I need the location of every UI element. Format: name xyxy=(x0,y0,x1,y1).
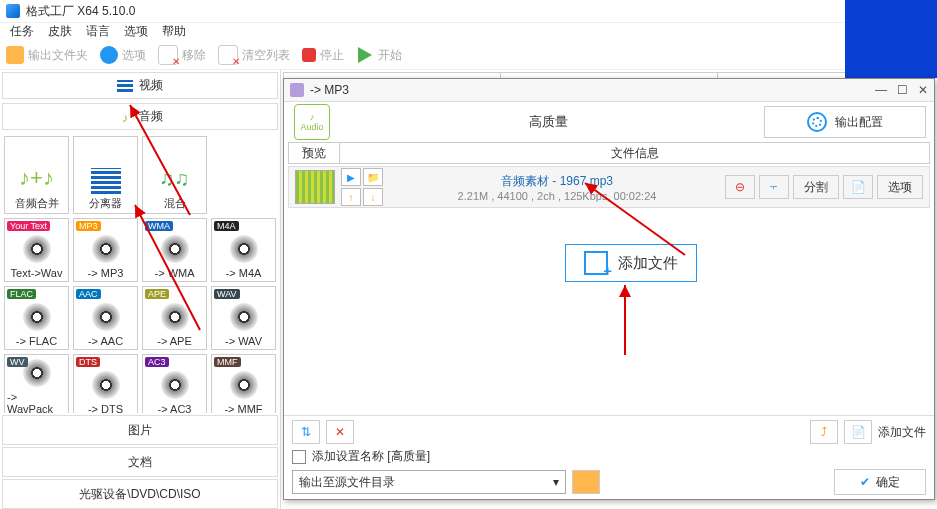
menu-lang[interactable]: 语言 xyxy=(86,23,110,41)
chevron-down-icon: ▾ xyxy=(553,475,559,489)
format-label: Text->Wav xyxy=(11,267,63,279)
file-meta: 2.21M , 44100 , 2ch , 125Kbps, 00:02:24 xyxy=(389,190,725,202)
format-textwav[interactable]: Your Text Text->Wav xyxy=(4,218,69,282)
tool-splitter-label: 分离器 xyxy=(89,196,122,211)
output-path-dropdown[interactable]: 输出至源文件目录 ▾ xyxy=(292,470,566,494)
browse-folder-button[interactable] xyxy=(572,470,600,494)
clear-label[interactable]: 清空列表 xyxy=(242,47,290,64)
format-label: -> WavPack xyxy=(7,391,66,413)
file-row[interactable]: ▶ 📁 ↑ ↓ 音频素材 - 1967.mp3 2.21M , 44100 , … xyxy=(288,166,930,208)
tool-merge[interactable]: ♪+♪ 音频合并 xyxy=(4,136,69,214)
format-tag: WAV xyxy=(214,289,240,299)
check-icon: ✔ xyxy=(860,475,870,489)
disc-icon xyxy=(87,233,125,265)
menu-options[interactable]: 选项 xyxy=(124,23,148,41)
format-wav[interactable]: WAV -> WAV xyxy=(211,286,276,350)
play-file-button[interactable]: ▶ xyxy=(341,168,361,186)
category-disc[interactable]: 光驱设备\DVD\CD\ISO xyxy=(2,479,278,509)
dialog-close[interactable]: ✕ xyxy=(918,83,928,97)
format-label: -> AAC xyxy=(88,335,123,347)
add-set-name-checkbox[interactable] xyxy=(292,450,306,464)
quality-label[interactable]: 高质量 xyxy=(340,113,756,131)
stop-label[interactable]: 停止 xyxy=(320,47,344,64)
format-ape[interactable]: APE -> APE xyxy=(142,286,207,350)
file-list-header: 预览 文件信息 xyxy=(288,142,930,164)
dialog-title: -> MP3 xyxy=(310,83,349,97)
disc-icon xyxy=(87,301,125,333)
disc-icon xyxy=(156,301,194,333)
dialog-titlebar: -> MP3 — ☐ ✕ xyxy=(284,79,934,102)
dialog-minimize[interactable]: — xyxy=(875,83,887,97)
open-folder-button[interactable]: 📁 xyxy=(363,168,383,186)
disc-icon xyxy=(225,233,263,265)
row-options-icon[interactable]: 📄 xyxy=(843,175,873,199)
format-label: -> AC3 xyxy=(158,403,192,413)
category-audio-label: 音频 xyxy=(139,108,163,125)
menu-help[interactable]: 帮助 xyxy=(162,23,186,41)
filecol-info[interactable]: 文件信息 xyxy=(340,143,929,163)
format-m4a[interactable]: M4A -> M4A xyxy=(211,218,276,282)
disc-icon xyxy=(156,369,194,401)
format-tag: WMA xyxy=(145,221,173,231)
move-down-button[interactable]: ↓ xyxy=(363,188,383,206)
format-tag: MMF xyxy=(214,357,241,367)
remove-all-button[interactable]: ✕ xyxy=(326,420,354,444)
format-mmf[interactable]: MMF -> MMF xyxy=(211,354,276,413)
category-video-label: 视频 xyxy=(139,77,163,94)
menu-skin[interactable]: 皮肤 xyxy=(48,23,72,41)
format-flac[interactable]: FLAC -> FLAC xyxy=(4,286,69,350)
category-document-label: 文档 xyxy=(128,454,152,471)
remove-icon[interactable] xyxy=(158,45,178,65)
ok-label: 确定 xyxy=(876,474,900,491)
format-wma[interactable]: WMA -> WMA xyxy=(142,218,207,282)
move-up-button[interactable]: ↑ xyxy=(341,188,361,206)
format-label: -> APE xyxy=(157,335,192,347)
format-mp3[interactable]: MP3 -> MP3 xyxy=(73,218,138,282)
crop-button[interactable]: ⫟ xyxy=(759,175,789,199)
category-document[interactable]: 文档 xyxy=(2,447,278,477)
stop-icon[interactable] xyxy=(302,48,316,62)
format-aac[interactable]: AAC -> AAC xyxy=(73,286,138,350)
format-wavpack[interactable]: WV -> WavPack xyxy=(4,354,69,413)
start-label[interactable]: 开始 xyxy=(378,47,402,64)
disc-icon xyxy=(18,301,56,333)
split-button[interactable]: 分割 xyxy=(793,175,839,199)
merge-icon: ♪+♪ xyxy=(18,162,56,194)
options-label[interactable]: 选项 xyxy=(122,47,146,64)
start-icon[interactable] xyxy=(356,46,374,64)
format-tag: FLAC xyxy=(7,289,36,299)
decorative-blue-strip xyxy=(845,0,937,78)
toolbar: 输出文件夹 选项 移除 清空列表 停止 开始 xyxy=(0,41,937,70)
menu-task[interactable]: 任务 xyxy=(10,23,34,41)
filecol-preview[interactable]: 预览 xyxy=(289,143,340,163)
splitter-icon xyxy=(91,168,121,194)
mp3-dialog: -> MP3 — ☐ ✕ ♪Audio 高质量 输出配置 预览 文件信息 ▶ 📁… xyxy=(283,78,935,500)
add-file-small-label[interactable]: 添加文件 xyxy=(878,424,926,441)
row-options-button[interactable]: 选项 xyxy=(877,175,923,199)
options-icon[interactable] xyxy=(100,46,118,64)
output-config-button[interactable]: 输出配置 xyxy=(764,106,926,138)
add-file-button[interactable]: 添加文件 xyxy=(565,244,697,282)
main-titlebar: 格式工厂 X64 5.10.0 — ☐ ✕ xyxy=(0,0,937,23)
format-tag: Your Text xyxy=(7,221,50,231)
category-video[interactable]: 视频 xyxy=(2,72,278,99)
add-file-small-icon[interactable]: 📄 xyxy=(844,420,872,444)
category-picture[interactable]: 图片 xyxy=(2,415,278,445)
category-audio[interactable]: ♪ 音频 xyxy=(2,103,278,130)
format-tag: DTS xyxy=(76,357,100,367)
ok-button[interactable]: ✔ 确定 xyxy=(834,469,926,495)
format-dts[interactable]: DTS -> DTS xyxy=(73,354,138,413)
left-panel: 视频 ♪ 音频 ♪+♪ 音频合并 分离器 ♫♫ 混合 Your Text Tex… xyxy=(0,70,281,509)
sort-button[interactable]: ⇅ xyxy=(292,420,320,444)
format-ac3[interactable]: AC3 -> AC3 xyxy=(142,354,207,413)
tool-splitter[interactable]: 分离器 xyxy=(73,136,138,214)
delete-file-button[interactable]: ⊖ xyxy=(725,175,755,199)
file-name: 音频素材 - 1967.mp3 xyxy=(389,173,725,190)
dialog-maximize[interactable]: ☐ xyxy=(897,83,908,97)
remove-label[interactable]: 移除 xyxy=(182,47,206,64)
output-folder-icon[interactable] xyxy=(6,46,24,64)
output-folder-label[interactable]: 输出文件夹 xyxy=(28,47,88,64)
clear-icon[interactable] xyxy=(218,45,238,65)
tool-mix[interactable]: ♫♫ 混合 xyxy=(142,136,207,214)
export-button[interactable]: ⤴ xyxy=(810,420,838,444)
